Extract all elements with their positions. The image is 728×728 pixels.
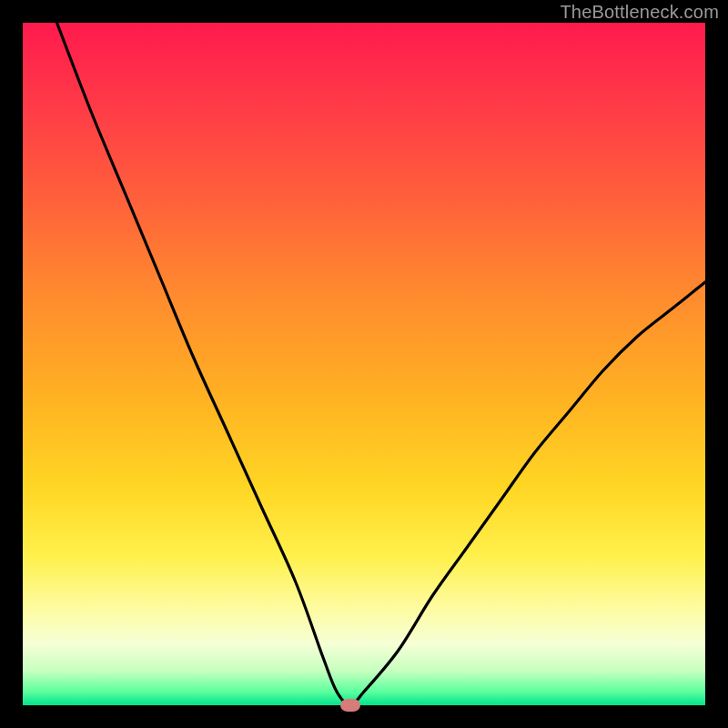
plot-area <box>23 23 705 705</box>
bottleneck-curve <box>23 23 705 705</box>
watermark-text: TheBottleneck.com <box>560 2 719 23</box>
minimum-marker <box>340 699 360 712</box>
chart-container: TheBottleneck.com <box>0 0 728 728</box>
